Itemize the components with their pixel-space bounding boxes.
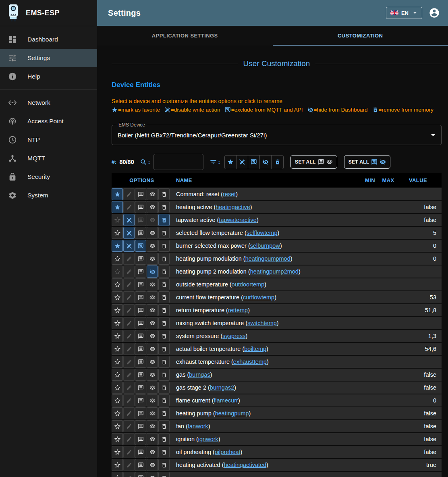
option-visibility-toggle[interactable]	[147, 433, 158, 445]
option-write-toggle[interactable]	[123, 291, 135, 303]
entity-shortname-link[interactable]: heatingactivated	[224, 462, 267, 468]
table-row[interactable]: heating pump 2 modulation (heatingpump2m…	[112, 265, 442, 278]
option-favorite-toggle[interactable]	[112, 227, 123, 239]
option-mqtt-toggle[interactable]	[135, 188, 146, 200]
option-mqtt-toggle[interactable]	[135, 407, 146, 419]
option-favorite-toggle[interactable]	[112, 433, 123, 445]
option-visibility-toggle[interactable]	[147, 291, 158, 303]
option-mqtt-toggle[interactable]	[135, 265, 146, 278]
option-write-toggle[interactable]	[123, 407, 135, 419]
set-all-show-button[interactable]: SET ALL	[290, 155, 337, 169]
option-visibility-toggle[interactable]	[147, 201, 158, 213]
option-visibility-toggle[interactable]	[147, 214, 158, 226]
table-row[interactable]: return temperature (rettemp) 51,8	[112, 304, 442, 316]
option-write-toggle[interactable]	[123, 446, 135, 458]
option-remove-toggle[interactable]	[158, 407, 170, 419]
option-favorite-toggle[interactable]	[112, 317, 123, 329]
option-write-toggle[interactable]	[123, 304, 135, 316]
option-mqtt-toggle[interactable]	[135, 291, 146, 303]
sidebar-item-mqtt[interactable]: MQTT	[0, 149, 97, 168]
option-favorite-toggle[interactable]	[112, 394, 123, 406]
option-remove-toggle[interactable]	[158, 394, 170, 406]
filter-removed-toggle[interactable]	[272, 156, 283, 169]
option-visibility-toggle[interactable]	[147, 356, 158, 368]
option-mqtt-toggle[interactable]	[135, 382, 146, 394]
option-mqtt-toggle[interactable]	[135, 446, 146, 458]
option-favorite-toggle[interactable]	[112, 330, 123, 342]
option-write-toggle[interactable]	[123, 433, 135, 445]
option-write-toggle[interactable]	[123, 317, 135, 329]
option-write-toggle[interactable]	[123, 253, 135, 265]
option-mqtt-toggle[interactable]	[135, 459, 146, 471]
sidebar-item-security[interactable]: Security	[0, 168, 97, 186]
table-row[interactable]: mixing switch temperature (switchtemp)	[112, 317, 442, 329]
ems-device-select[interactable]: EMS Device Boiler (Nefit GBx72/Trendline…	[112, 125, 442, 145]
option-remove-toggle[interactable]	[158, 330, 170, 342]
option-mqtt-toggle[interactable]	[135, 343, 146, 355]
option-mqtt-toggle[interactable]	[135, 394, 146, 406]
option-favorite-toggle[interactable]	[112, 253, 123, 265]
option-visibility-toggle[interactable]	[147, 227, 158, 239]
option-favorite-toggle[interactable]	[112, 240, 123, 252]
entity-shortname-link[interactable]: reset	[223, 191, 236, 197]
table-row[interactable]: system pressure (syspress) 1,3	[112, 330, 442, 342]
entity-shortname-link[interactable]: rettemp	[228, 307, 248, 313]
entity-shortname-link[interactable]: heatingactive	[216, 204, 250, 210]
sidebar-item-system[interactable]: System	[0, 186, 97, 205]
entity-shortname-link[interactable]: heatingpump	[215, 410, 249, 417]
option-write-toggle[interactable]	[123, 343, 135, 355]
sidebar-item-network[interactable]: Network	[0, 93, 97, 112]
option-remove-toggle[interactable]	[158, 459, 170, 471]
option-remove-toggle[interactable]	[158, 227, 170, 239]
option-mqtt-toggle[interactable]	[135, 304, 146, 316]
tab-application-settings[interactable]: APPLICATION SETTINGS	[97, 26, 273, 46]
option-favorite-toggle[interactable]	[112, 188, 123, 200]
table-row[interactable]: fan (fanwork) false	[112, 420, 442, 432]
option-visibility-toggle[interactable]	[147, 459, 158, 471]
sidebar-item-ntp[interactable]: NTP	[0, 131, 97, 149]
option-remove-toggle[interactable]	[158, 265, 170, 278]
option-visibility-toggle[interactable]	[147, 265, 158, 278]
filter-write-disabled-toggle[interactable]	[236, 156, 248, 169]
option-remove-toggle[interactable]	[158, 420, 170, 432]
option-remove-toggle[interactable]	[158, 253, 170, 265]
entity-shortname-link[interactable]: selburnpow	[250, 243, 280, 249]
option-mqtt-toggle[interactable]	[135, 278, 146, 290]
option-visibility-toggle[interactable]	[147, 446, 158, 458]
option-mqtt-toggle[interactable]	[135, 330, 146, 342]
entity-shortname-link[interactable]: heatingpump2mod	[250, 268, 299, 275]
entity-shortname-link[interactable]: boiltemp	[244, 346, 266, 352]
option-mqtt-toggle[interactable]	[135, 356, 146, 368]
sidebar-item-access-point[interactable]: Access Point	[0, 112, 97, 131]
filter-mqtt-excluded-toggle[interactable]	[248, 156, 260, 169]
option-remove-toggle[interactable]	[158, 446, 170, 458]
table-row[interactable]: gas stage 2 (burngas2) false	[112, 382, 442, 394]
entity-shortname-link[interactable]: fanwork	[188, 423, 208, 429]
option-write-toggle[interactable]	[123, 240, 135, 252]
option-mqtt-toggle[interactable]	[135, 253, 146, 265]
option-favorite-toggle[interactable]	[112, 369, 123, 381]
option-mqtt-toggle[interactable]	[135, 214, 146, 226]
table-row[interactable]: exhaust temperature (exhausttemp)	[112, 356, 442, 368]
option-mqtt-toggle[interactable]	[135, 433, 146, 445]
table-row[interactable]: flame current (flamecurr) 0	[112, 394, 442, 406]
option-mqtt-toggle[interactable]	[135, 201, 146, 213]
entity-shortname-link[interactable]: oilpreheat	[215, 449, 241, 455]
option-write-toggle[interactable]	[123, 188, 135, 200]
option-favorite-toggle[interactable]	[112, 446, 123, 458]
option-visibility-toggle[interactable]	[147, 240, 158, 252]
table-row[interactable]: selected flow temperature (selflowtemp) …	[112, 227, 442, 239]
option-mqtt-toggle[interactable]	[135, 369, 146, 381]
option-visibility-toggle[interactable]	[147, 382, 158, 394]
table-row[interactable]: Command: reset (reset)	[112, 188, 442, 200]
table-row[interactable]: ignition (ignwork) false	[112, 433, 442, 445]
option-favorite-toggle[interactable]	[112, 382, 123, 394]
option-remove-toggle[interactable]	[158, 304, 170, 316]
option-remove-toggle[interactable]	[158, 201, 170, 213]
option-visibility-toggle[interactable]	[147, 304, 158, 316]
option-remove-toggle[interactable]	[158, 343, 170, 355]
option-visibility-toggle[interactable]	[147, 253, 158, 265]
option-remove-toggle[interactable]	[158, 188, 170, 200]
option-favorite-toggle[interactable]	[112, 214, 123, 226]
filter-favorite-toggle[interactable]	[225, 156, 236, 169]
